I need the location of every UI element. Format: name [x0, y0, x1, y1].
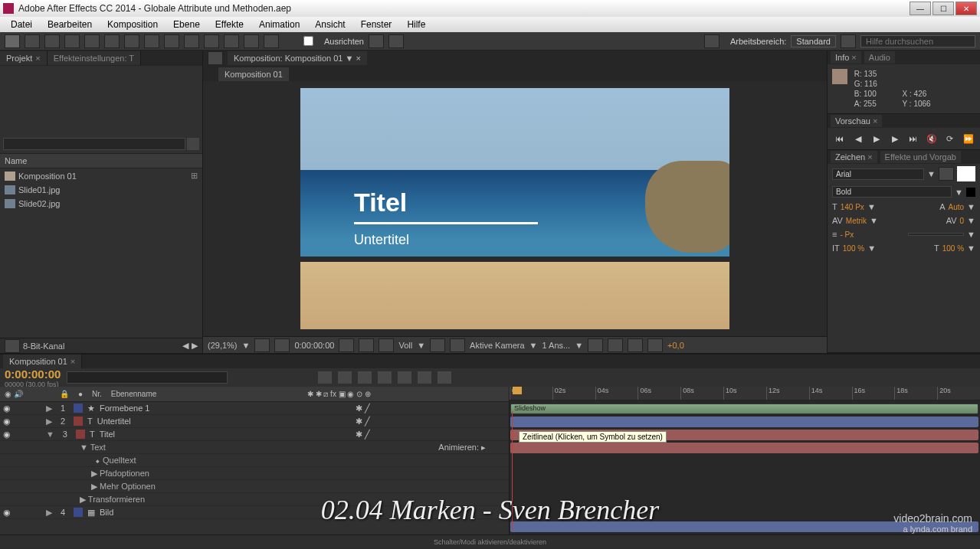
- minimize-button[interactable]: —: [910, 2, 931, 15]
- frame-blend-icon[interactable]: [358, 371, 372, 384]
- chevron-down-icon[interactable]: ▼: [927, 169, 936, 178]
- pen-tool[interactable]: [144, 34, 159, 48]
- menu-ebene[interactable]: Ebene: [166, 18, 208, 31]
- roto-tool[interactable]: [244, 34, 259, 48]
- layer-row-1[interactable]: ◉ ▶ 1 ★ Formebene 1 ✱ ╱: [0, 402, 509, 415]
- mute-icon[interactable]: 🔇: [926, 132, 938, 145]
- search-options-icon[interactable]: [187, 138, 199, 150]
- layer-bar-1[interactable]: [510, 417, 978, 427]
- twirl-icon[interactable]: ▶: [46, 508, 52, 518]
- comp-marker[interactable]: Slideshow: [510, 404, 978, 414]
- motion-blur-icon[interactable]: [378, 371, 392, 384]
- menu-fenster[interactable]: Fenster: [353, 18, 400, 31]
- project-item-img2[interactable]: Slide02.jpg: [0, 197, 202, 211]
- tracking-value[interactable]: 0: [960, 217, 965, 225]
- clone-tool[interactable]: [204, 34, 219, 48]
- twirl-icon[interactable]: ▼: [46, 430, 54, 439]
- brain-icon[interactable]: [628, 338, 643, 352]
- workspace-icon[interactable]: [704, 34, 719, 48]
- menu-datei[interactable]: Datei: [3, 18, 40, 31]
- prop-transform[interactable]: ▶ Transformieren: [0, 493, 509, 506]
- ram-preview-icon[interactable]: ⏩: [962, 132, 975, 145]
- comp-button-icon[interactable]: [318, 371, 332, 384]
- hscale-value[interactable]: 100 %: [843, 244, 864, 253]
- shy-icon[interactable]: [338, 371, 352, 384]
- eraser-tool[interactable]: [224, 34, 239, 48]
- help-search-input[interactable]: [860, 35, 975, 47]
- quality-dropdown[interactable]: Voll: [398, 341, 412, 350]
- exposure-value[interactable]: +0,0: [667, 341, 684, 350]
- timecode-display[interactable]: 0:00:00:00: [294, 341, 334, 350]
- font-family-select[interactable]: Arial: [832, 168, 924, 180]
- prev-frame-icon[interactable]: ◀: [852, 132, 864, 145]
- prop-text[interactable]: ▼ TextAnimieren: ▸: [0, 441, 509, 454]
- menu-animation[interactable]: Animation: [251, 18, 307, 31]
- menu-ansicht[interactable]: Ansicht: [307, 18, 352, 31]
- bitdepth-button[interactable]: 8-Bit-Kanal: [23, 341, 64, 351]
- project-item-comp[interactable]: Komposition 01 ⊞: [0, 168, 202, 183]
- flow-chart-icon[interactable]: ⊞: [191, 171, 198, 181]
- camera-tool[interactable]: [84, 34, 100, 48]
- menu-hilfe[interactable]: Hilfe: [399, 18, 433, 31]
- stroke-width[interactable]: - Px: [840, 230, 854, 239]
- graph-icon[interactable]: [418, 371, 431, 384]
- audio-tab[interactable]: Audio: [864, 51, 895, 64]
- menu-effekte[interactable]: Effekte: [208, 18, 251, 31]
- presets-tab[interactable]: Effekte und Vorgab: [880, 151, 961, 163]
- close-button[interactable]: ✕: [955, 2, 977, 15]
- timeline-icon[interactable]: [647, 338, 663, 352]
- first-frame-icon[interactable]: ⏮: [834, 132, 846, 145]
- grid-icon[interactable]: [430, 338, 445, 352]
- zoom-tool[interactable]: [44, 34, 60, 48]
- next-frame-icon[interactable]: ▶: [889, 132, 901, 145]
- label-color[interactable]: [74, 404, 83, 413]
- timeline-tab[interactable]: Komposition 01×: [3, 355, 82, 368]
- selection-tool[interactable]: [5, 34, 20, 48]
- snapshot-icon[interactable]: [339, 338, 354, 352]
- chevron-down-icon[interactable]: ▼: [955, 188, 963, 197]
- snap2-icon[interactable]: [388, 34, 404, 48]
- font-weight-select[interactable]: Bold: [832, 186, 952, 198]
- effects-tab[interactable]: Effekteinstellungen: T: [48, 51, 141, 65]
- camera-dropdown[interactable]: Aktive Kamera: [470, 341, 525, 350]
- fast-icon[interactable]: [608, 338, 623, 352]
- timeline-search-input[interactable]: [67, 371, 228, 384]
- playhead-icon[interactable]: [513, 387, 522, 394]
- timeline-track-area[interactable]: 0s 02s 04s 06s 08s 10s 12s 14s 16s 18s 2…: [510, 387, 980, 534]
- snap-icon[interactable]: [369, 34, 384, 48]
- interpret-icon[interactable]: [5, 339, 20, 353]
- loop-icon[interactable]: ⟳: [944, 132, 956, 145]
- layer-bar-3[interactable]: [510, 443, 978, 453]
- stroke-color[interactable]: [966, 188, 975, 197]
- brush-tool[interactable]: [184, 34, 199, 48]
- transparency-icon[interactable]: [450, 338, 465, 352]
- eye-icon[interactable]: ◉: [3, 508, 14, 518]
- comp-tab[interactable]: Komposition: Komposition 01 ▼ ×: [228, 51, 367, 65]
- project-tab[interactable]: Projekt×: [0, 51, 48, 65]
- layer-row-2[interactable]: ◉ ▶ 2 T Untertitel ✱ ╱: [0, 415, 509, 428]
- channels-icon[interactable]: [359, 338, 374, 352]
- color-icon[interactable]: [379, 338, 394, 352]
- preview-tab[interactable]: Vorschau×: [831, 115, 882, 127]
- menu-komposition[interactable]: Komposition: [100, 18, 166, 31]
- rect-tool[interactable]: [124, 34, 139, 48]
- name-column-header[interactable]: Name: [5, 156, 27, 165]
- res-icon[interactable]: [254, 338, 270, 352]
- current-timecode[interactable]: 0:00:00:00: [5, 368, 61, 381]
- lock-icon[interactable]: [208, 51, 223, 65]
- layer-bar-4[interactable]: [510, 521, 978, 532]
- eye-icon[interactable]: ◉: [3, 417, 14, 426]
- maximize-button[interactable]: ☐: [932, 2, 954, 15]
- lock-column[interactable]: 🔒: [60, 390, 69, 398]
- close-icon[interactable]: ×: [35, 54, 40, 63]
- views-dropdown[interactable]: 1 Ans...: [542, 341, 570, 350]
- vscale-value[interactable]: 100 %: [942, 244, 964, 253]
- layer-row-4[interactable]: ◉ ▶ 4 ▦ Bild: [0, 506, 509, 519]
- fill-color[interactable]: [957, 166, 975, 181]
- align-checkbox[interactable]: [303, 36, 313, 46]
- anchor-tool[interactable]: [104, 34, 120, 48]
- leading-value[interactable]: Auto: [949, 203, 965, 211]
- nr-column[interactable]: Nr.: [92, 390, 102, 398]
- twirl-icon[interactable]: ▶: [46, 404, 52, 413]
- prop-quelltext[interactable]: ⬥ Quelltext: [0, 454, 509, 467]
